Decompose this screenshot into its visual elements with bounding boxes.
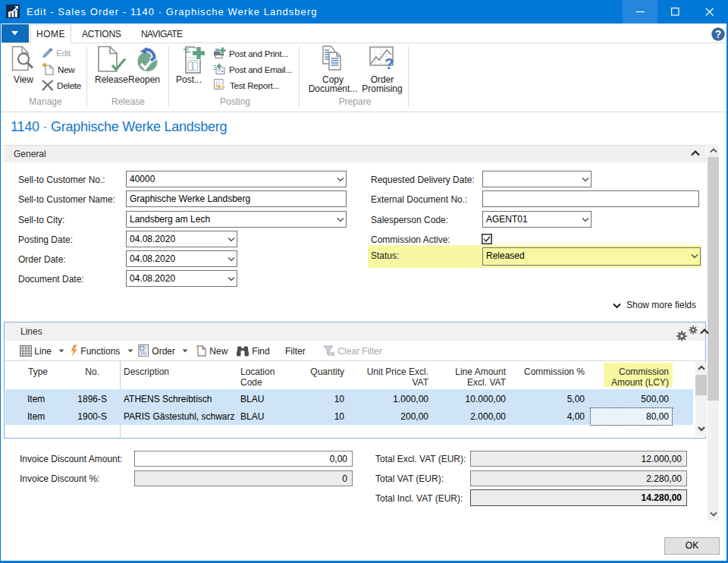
svg-text:?: ?	[384, 55, 394, 71]
svg-text:?: ?	[715, 28, 722, 40]
